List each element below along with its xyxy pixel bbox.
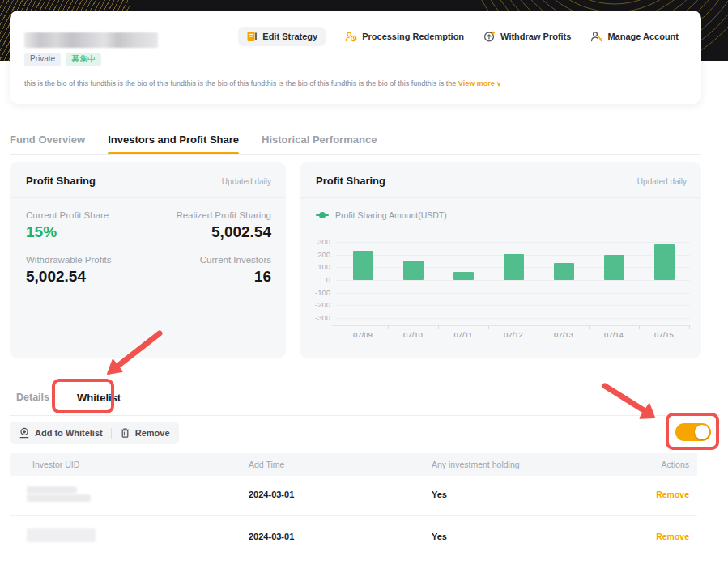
updated-daily-label: Updated daily	[637, 177, 687, 186]
sub-tabs: Details Whitelist	[16, 392, 121, 404]
holding-cell: Yes	[432, 532, 447, 541]
x-axis-tick	[338, 326, 338, 329]
holding-cell: Yes	[432, 490, 447, 499]
y-axis-tick-label: 200	[300, 250, 330, 259]
remove-row-link[interactable]: Remove	[656, 490, 689, 499]
legend-label: Profit Sharing Amount(USDT)	[335, 210, 447, 220]
bar	[604, 255, 624, 280]
recruiting-badge: 募集中	[66, 53, 101, 66]
bar	[504, 254, 524, 280]
card-header: Profit Sharing Updated daily	[10, 162, 286, 198]
tab-whitelist[interactable]: Whitelist	[77, 392, 121, 404]
stat-label: Realized Profit Sharing	[176, 210, 271, 220]
chart-legend[interactable]: Profit Sharing Amount(USDT)	[316, 210, 447, 220]
arrow-head-toggle	[640, 404, 654, 418]
y-axis-tick-label: 0	[300, 275, 330, 284]
add-to-whitelist-icon	[19, 427, 30, 439]
fund-bio: this is the bio of this fundthis is the …	[24, 79, 688, 87]
x-axis-tick	[388, 326, 389, 329]
x-axis-line	[332, 325, 690, 326]
tabs-divider	[10, 154, 701, 155]
stat-label: Current Profit Share	[26, 210, 109, 220]
column-investor-uid: Investor UID	[32, 460, 79, 469]
remove-row-link[interactable]: Remove	[656, 532, 689, 541]
processing-redemption-button[interactable]: Processing Redemption	[345, 31, 464, 42]
x-axis-tick	[438, 326, 439, 329]
bar	[654, 244, 675, 280]
tab-fund-overview[interactable]: Fund Overview	[10, 134, 85, 155]
stat-current-investors: Current Investors 16	[200, 255, 271, 286]
x-axis-tick	[488, 326, 489, 329]
toolbar-separator	[111, 428, 112, 439]
fund-management-page: Private 募集中 this is the bio of this fund…	[0, 0, 728, 564]
column-add-time: Add Time	[249, 460, 284, 469]
x-axis-tick-label: 07/12	[496, 330, 531, 339]
bar-chart-plot: 3002001000-100-200-30007/0907/1007/1107/…	[300, 239, 701, 358]
x-axis-tick-label: 07/10	[395, 330, 431, 339]
private-badge: Private	[24, 53, 61, 66]
stat-value: 16	[200, 268, 271, 286]
withdraw-profits-icon	[483, 31, 496, 42]
investor-uid-redacted	[27, 486, 77, 494]
updated-daily-label: Updated daily	[222, 177, 271, 186]
x-axis-tick	[639, 326, 640, 329]
column-investment-holding: Any investment holding	[432, 460, 520, 469]
gridline	[336, 280, 690, 281]
badge-row: Private 募集中	[24, 53, 101, 66]
manage-account-icon	[590, 31, 602, 42]
bar	[453, 272, 474, 280]
bar	[353, 251, 373, 280]
profit-sharing-stats-card: Profit Sharing Updated daily Current Pro…	[10, 162, 286, 358]
gridline	[336, 318, 690, 319]
tab-details[interactable]: Details	[16, 392, 49, 404]
stat-realized-profit-sharing: Realized Profit Sharing 5,002.54	[176, 210, 271, 241]
y-axis-tick-label: -300	[300, 313, 330, 322]
bar	[554, 263, 574, 280]
arrow-shaft-toggle	[605, 386, 644, 410]
card-header: Profit Sharing Updated daily	[300, 162, 701, 198]
stat-label: Current Investors	[200, 255, 271, 265]
bar	[403, 261, 424, 280]
column-actions: Actions	[662, 460, 689, 469]
legend-marker-icon	[316, 214, 329, 216]
stat-current-profit-share: Current Profit Share 15%	[26, 210, 109, 241]
x-axis-tick	[589, 326, 590, 329]
add-to-whitelist-button[interactable]: Add to Whitelist	[19, 427, 103, 439]
table-row: 2024-03-01 Yes Remove	[10, 516, 697, 558]
edit-document-icon	[246, 31, 258, 42]
profit-sharing-chart-card: Profit Sharing Updated daily Profit Shar…	[300, 162, 701, 358]
add-time-cell: 2024-03-01	[249, 532, 294, 541]
x-axis-tick	[689, 326, 690, 329]
remove-button[interactable]: Remove	[120, 427, 170, 439]
y-axis-tick-label: -200	[300, 300, 330, 309]
edit-strategy-button[interactable]: Edit Strategy	[238, 27, 326, 46]
header-actions: Edit Strategy Processing Redemption With…	[238, 27, 679, 46]
tab-investors-profit-share[interactable]: Investors and Profit Share	[108, 134, 239, 155]
x-axis-tick	[539, 326, 539, 329]
whitelist-enabled-toggle[interactable]	[675, 423, 711, 441]
x-axis-tick-label: 07/11	[445, 330, 481, 339]
investor-uid-redacted	[27, 494, 91, 502]
gridline	[336, 305, 690, 306]
processing-redemption-icon	[345, 31, 357, 42]
stat-value: 15%	[26, 223, 109, 241]
y-axis-tick-label: 300	[300, 237, 330, 246]
withdraw-profits-button[interactable]: Withdraw Profits	[483, 31, 571, 42]
gridline	[336, 293, 690, 294]
table-header: Investor UID Add Time Any investment hol…	[10, 453, 697, 476]
investor-uid-redacted	[27, 528, 96, 542]
manage-account-button[interactable]: Manage Account	[590, 31, 679, 42]
fund-bio-text: this is the bio of this fundthis is the …	[24, 79, 456, 87]
view-more-link[interactable]: View more ∨	[458, 79, 501, 87]
fund-name-redacted	[24, 32, 158, 48]
fund-header-card: Private 募集中 this is the bio of this fund…	[10, 11, 701, 104]
x-axis-tick-label: 07/09	[345, 330, 381, 339]
trash-icon	[120, 427, 130, 439]
chevron-down-icon: ∨	[496, 80, 501, 87]
arrow-head-whitelist	[108, 360, 122, 374]
x-axis-tick-label: 07/14	[596, 330, 632, 339]
toggle-knob	[695, 425, 709, 439]
gridline	[336, 242, 690, 243]
table-row: 2024-03-01 Yes Remove	[10, 476, 697, 516]
tab-historical-performance[interactable]: Historical Performance	[262, 134, 377, 155]
